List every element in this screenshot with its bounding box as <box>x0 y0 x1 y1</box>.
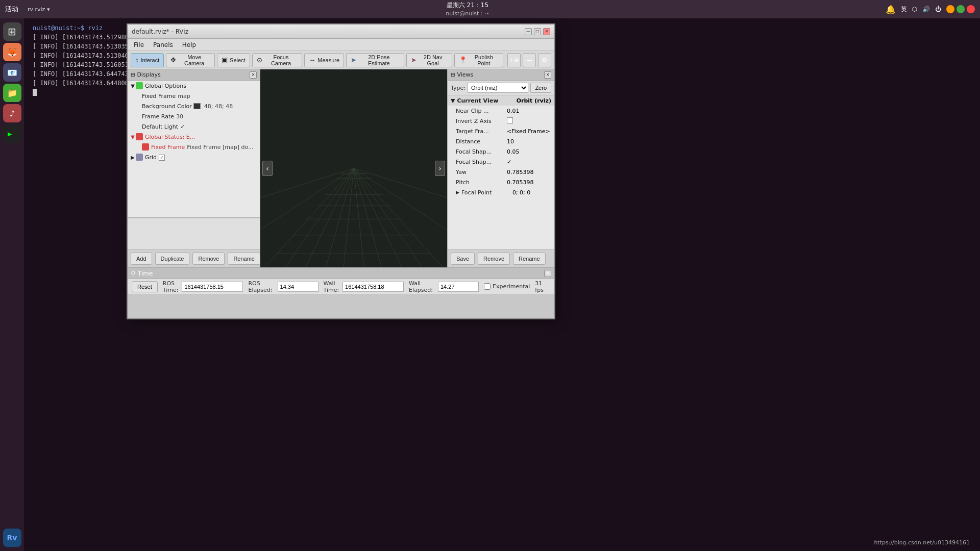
fps-display: 31 fps <box>535 280 550 293</box>
system-bar: 活动 rv rviz ▾ 星期六 21：15 nuist@nuist：~ 🔔 英… <box>0 0 980 18</box>
viewport-nav-left[interactable]: ‹ <box>262 161 273 176</box>
maximize-btn[interactable] <box>957 5 965 13</box>
toolbar-pose-estimate-btn[interactable]: ➤ 2D Pose Estimate <box>346 53 404 67</box>
bg-color-value: 48; 48; 48 <box>204 103 233 110</box>
views-zero-btn[interactable]: Zero <box>530 83 551 93</box>
rviz-toolbar: ↕ Interact ✥ Move Camera ▣ Select ⊙ Focu… <box>128 51 554 69</box>
menu-file[interactable]: File <box>130 40 148 49</box>
notification-icon[interactable]: 🔔 <box>886 5 896 14</box>
yaw-row[interactable]: Yaw 0.785398 <box>448 167 554 177</box>
focal-shape2-label: Focal Shap... <box>456 159 507 165</box>
distance-label: Distance <box>456 138 507 145</box>
focal-point-row[interactable]: ▶ Focal Point 0; 0; 0 <box>448 187 554 197</box>
focal-shape2-row[interactable]: Focal Shap... ✓ <box>448 157 554 167</box>
distance-row[interactable]: Distance 10 <box>448 136 554 146</box>
toolbar-extra-btn-3[interactable]: ⚙ <box>538 53 551 67</box>
invert-z-row[interactable]: Invert Z Axis <box>448 116 554 126</box>
experimental-checkbox[interactable] <box>484 283 491 290</box>
active-label[interactable]: 活动 <box>5 5 18 14</box>
toolbar-extra-btn-2[interactable]: — <box>523 53 536 67</box>
toolbar-move-camera-btn[interactable]: ✥ Move Camera <box>166 53 215 67</box>
duplicate-display-btn[interactable]: Duplicate <box>155 253 190 265</box>
invert-z-checkbox[interactable] <box>507 117 513 123</box>
focal-shape1-row[interactable]: Focal Shap... 0.05 <box>448 146 554 157</box>
footer-url: https://blog.csdn.net/u013494161 <box>874 539 970 546</box>
lang-label[interactable]: 英 <box>901 5 907 14</box>
bg-color-row[interactable]: Background Color 48; 48; 48 <box>128 101 260 111</box>
dock-files[interactable]: 📁 <box>3 84 21 102</box>
focal-point-value: 0; 0; 0 <box>512 189 530 196</box>
rviz-minimize-btn[interactable]: — <box>525 28 532 35</box>
time-reset-btn[interactable]: Reset <box>132 281 158 292</box>
pitch-row[interactable]: Pitch 0.785398 <box>448 177 554 187</box>
views-type-row: Type: Orbit (rviz) Zero <box>448 81 554 95</box>
displays-panel: ⊞ Displays ✕ ▼ Global Options <box>128 69 260 267</box>
power-icon[interactable]: ⏻ <box>935 6 941 13</box>
fixed-frame-error-row[interactable]: Fixed Frame Fixed Frame [map] do... <box>128 142 260 152</box>
views-type-select[interactable]: Orbit (rviz) <box>468 83 528 93</box>
toolbar-nav-goal-btn[interactable]: ➤ 2D Nav Goal <box>406 53 452 67</box>
rviz-close-btn[interactable]: ✕ <box>543 28 550 35</box>
rviz-restore-btn[interactable]: □ <box>534 28 541 35</box>
grid-row[interactable]: ▶ Grid ✓ <box>128 152 260 162</box>
ros-time-input[interactable] <box>182 282 243 292</box>
viewport-nav-right[interactable]: › <box>435 161 445 176</box>
time-close-btn[interactable]: ✕ <box>544 270 551 277</box>
rviz-titlebar: default.rviz* - RViz — □ ✕ <box>128 24 554 39</box>
menu-panels[interactable]: Panels <box>149 40 177 49</box>
wall-time-input[interactable] <box>342 282 404 292</box>
rename-view-btn[interactable]: Rename <box>513 253 546 265</box>
dock-music[interactable]: ♪ <box>3 104 21 122</box>
close-btn[interactable] <box>967 5 975 13</box>
views-title: ⊞ Views <box>451 71 473 78</box>
network-icon[interactable]: ⬡ <box>912 6 917 13</box>
dock-thunderbird[interactable]: 📧 <box>3 63 21 82</box>
menu-help[interactable]: Help <box>178 40 200 49</box>
add-display-btn[interactable]: Add <box>131 253 152 265</box>
wall-elapsed-input[interactable] <box>438 282 479 292</box>
rename-display-btn[interactable]: Rename <box>228 253 260 265</box>
focus-camera-label: Focus Camera <box>264 54 298 66</box>
global-options-row[interactable]: ▼ Global Options <box>128 81 260 91</box>
left-dock: ⊞ 🦊 📧 📁 ♪ ▶_ Rv <box>0 18 24 551</box>
displays-close-btn[interactable]: ✕ <box>250 71 257 79</box>
views-close-btn[interactable]: ✕ <box>544 71 551 79</box>
toolbar-interact-btn[interactable]: ↕ Interact <box>131 53 164 67</box>
fixed-frame-err-value: Fixed Frame [map] do... <box>187 144 253 151</box>
3d-viewport[interactable]: ‹ › <box>260 69 447 267</box>
fixed-frame-row[interactable]: Fixed Frame map <box>128 91 260 101</box>
remove-view-btn[interactable]: Remove <box>478 253 510 265</box>
interact-label: Interact <box>141 57 160 63</box>
displays-footer: Add Duplicate Remove Rename <box>128 249 260 267</box>
frame-rate-row[interactable]: Frame Rate 30 <box>128 111 260 121</box>
global-status-row[interactable]: ▼ Global Status: E... <box>128 132 260 142</box>
dock-terminal[interactable]: ▶_ <box>3 124 21 143</box>
wall-time-group: Wall Time: <box>324 280 404 293</box>
grid-checkbox[interactable]: ✓ <box>159 155 165 161</box>
grid-arrow: ▶ <box>130 155 136 160</box>
toolbar-extra-btn-1[interactable]: +⊕ <box>507 53 521 67</box>
dock-activities[interactable]: ⊞ <box>3 22 21 41</box>
target-frame-row[interactable]: Target Fra... <Fixed Frame> <box>448 126 554 136</box>
remove-display-btn[interactable]: Remove <box>192 253 225 265</box>
default-light-row[interactable]: Default Light ✓ <box>128 121 260 132</box>
toolbar-measure-btn[interactable]: ↔ Measure <box>304 53 344 67</box>
near-clip-value: 0.01 <box>507 108 520 114</box>
dock-firefox[interactable]: 🦊 <box>3 43 21 61</box>
time-content: Reset ROS Time: ROS Elapsed: Wall Time: <box>128 279 554 294</box>
near-clip-row[interactable]: Near Clip ... 0.01 <box>448 106 554 116</box>
current-view-row[interactable]: ▼ Current View Orbit (rviz) <box>448 95 554 106</box>
frame-rate-label: Frame Rate <box>142 113 174 120</box>
pose-estimate-label: 2D Pose Estimate <box>358 54 399 66</box>
views-type-label: Type: <box>451 85 465 91</box>
frame-rate-value: 30 <box>176 113 183 120</box>
volume-icon[interactable]: 🔊 <box>922 6 930 13</box>
save-view-btn[interactable]: Save <box>451 253 475 265</box>
dock-rviz[interactable]: Rv <box>3 529 21 547</box>
toolbar-publish-point-btn[interactable]: 📍 Publish Point <box>454 53 503 67</box>
toolbar-focus-camera-btn[interactable]: ⊙ Focus Camera <box>252 53 303 67</box>
minimize-btn[interactable] <box>946 5 954 13</box>
toolbar-select-btn[interactable]: ▣ Select <box>217 53 250 67</box>
grid-check: ✓ <box>159 154 165 161</box>
ros-elapsed-input[interactable] <box>278 282 318 292</box>
